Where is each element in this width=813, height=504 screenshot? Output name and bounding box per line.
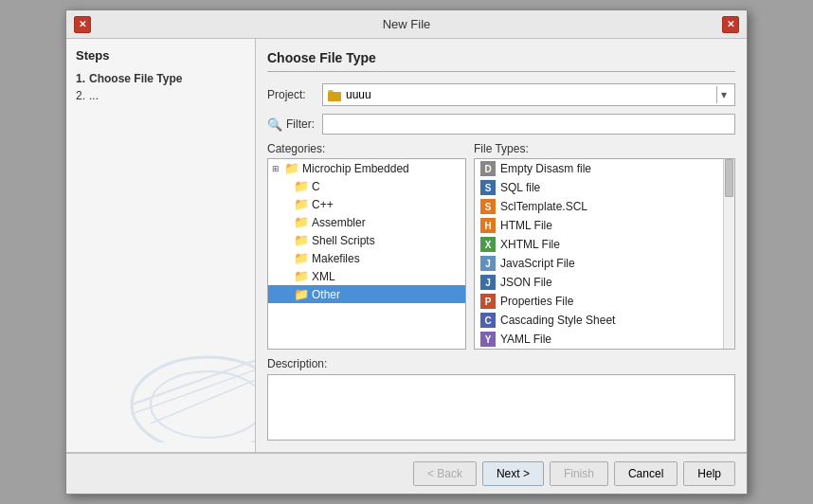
filetype-html[interactable]: H HTML File bbox=[475, 216, 723, 235]
folder-icon: 📁 bbox=[294, 269, 309, 283]
folder-icon: 📁 bbox=[294, 215, 309, 229]
svg-line-2 bbox=[132, 357, 256, 405]
project-value: uuuu bbox=[346, 88, 371, 101]
filetype-label: SclTemplate.SCL bbox=[500, 200, 587, 213]
cancel-button[interactable]: Cancel bbox=[614, 461, 678, 486]
category-microchip[interactable]: ⊞ 📁 Microchip Embedded bbox=[268, 159, 465, 177]
description-section: Description: bbox=[267, 357, 735, 441]
new-file-dialog: ✕ New File ✕ Steps 1. Choose File Type 2… bbox=[65, 9, 748, 495]
window-close-x-button[interactable]: ✕ bbox=[722, 16, 739, 33]
window-close-button[interactable]: ✕ bbox=[74, 16, 91, 33]
filetype-yaml[interactable]: Y YAML File bbox=[475, 330, 723, 349]
description-textarea[interactable] bbox=[267, 374, 735, 441]
svg-point-1 bbox=[151, 371, 256, 438]
step-1-num: 1. bbox=[76, 72, 85, 85]
svg-rect-5 bbox=[328, 92, 341, 101]
sidebar-watermark bbox=[94, 329, 256, 442]
categories-column: Categories: ⊞ 📁 Microchip Embedded 📁 C bbox=[267, 142, 466, 350]
filetype-icon: X bbox=[480, 237, 496, 252]
bottom-bar: < Back Next > Finish Cancel Help bbox=[66, 453, 747, 494]
close-icon: ✕ bbox=[79, 19, 86, 29]
category-cpp[interactable]: 📁 C++ bbox=[268, 195, 465, 213]
category-shell[interactable]: 📁 Shell Scripts bbox=[268, 231, 465, 249]
dropdown-arrow-icon[interactable]: ▾ bbox=[716, 86, 731, 103]
folder-icon: 📁 bbox=[294, 233, 309, 247]
category-label: Microchip Embedded bbox=[302, 162, 409, 175]
categories-header: Categories: bbox=[267, 142, 466, 155]
filter-label: 🔍 Filter: bbox=[267, 117, 315, 132]
folder-icon: 📁 bbox=[294, 287, 309, 301]
filetype-label: JSON File bbox=[500, 276, 552, 289]
filetype-icon: J bbox=[480, 256, 496, 271]
step-2: 2. ... bbox=[76, 89, 245, 102]
svg-line-4 bbox=[151, 376, 256, 423]
category-other[interactable]: 📁 Other bbox=[268, 285, 465, 303]
title-bar-left: ✕ bbox=[74, 16, 91, 33]
filetype-label: Empty Disasm file bbox=[500, 162, 591, 175]
filetype-icon: P bbox=[480, 294, 496, 309]
category-label: Other bbox=[312, 288, 340, 301]
category-label: XML bbox=[312, 270, 335, 283]
scrollbar-track[interactable] bbox=[723, 159, 734, 349]
filetype-icon: J bbox=[480, 275, 496, 290]
filetypes-list[interactable]: D Empty Disasm file S SQL file S SclTemp bbox=[474, 158, 735, 350]
folder-icon: 📁 bbox=[294, 179, 309, 193]
finish-button[interactable]: Finish bbox=[550, 461, 608, 486]
filetype-scl[interactable]: S SclTemplate.SCL bbox=[475, 197, 723, 216]
filter-input[interactable] bbox=[322, 114, 735, 135]
folder-icon: 📁 bbox=[294, 197, 309, 211]
filetype-label: Properties File bbox=[500, 295, 573, 308]
filetypes-column: File Types: D Empty Disasm file S SQ bbox=[474, 142, 735, 350]
filetype-xhtml[interactable]: X XHTML File bbox=[475, 235, 723, 254]
folder-icon: 📁 bbox=[294, 251, 309, 265]
filetype-label: XHTML File bbox=[500, 238, 560, 251]
filter-row: 🔍 Filter: bbox=[267, 114, 735, 135]
step-2-label: ... bbox=[89, 89, 99, 102]
filetype-label: SQL file bbox=[500, 181, 540, 194]
description-label: Description: bbox=[267, 357, 735, 370]
next-button[interactable]: Next > bbox=[482, 461, 544, 486]
filetype-icon: D bbox=[480, 161, 496, 176]
close-x-icon: ✕ bbox=[727, 19, 734, 29]
search-icon: 🔍 bbox=[267, 117, 282, 132]
filetype-icon: S bbox=[480, 199, 496, 214]
expand-icon: ⊞ bbox=[272, 164, 281, 173]
filetypes-scroll-area[interactable]: D Empty Disasm file S SQL file S SclTemp bbox=[475, 159, 723, 349]
sidebar: Steps 1. Choose File Type 2. ... bbox=[66, 39, 256, 452]
scrollbar-thumb[interactable] bbox=[725, 159, 733, 197]
step-1-label: Choose File Type bbox=[89, 72, 182, 85]
category-xml[interactable]: 📁 XML bbox=[268, 267, 465, 285]
project-select[interactable]: uuuu ▾ bbox=[322, 83, 735, 106]
filetype-js[interactable]: J JavaScript File bbox=[475, 254, 723, 273]
filetype-properties[interactable]: P Properties File bbox=[475, 292, 723, 311]
right-panel: Choose File Type Project: uuuu ▾ bbox=[256, 39, 747, 452]
step-2-num: 2. bbox=[76, 89, 85, 102]
step-1: 1. Choose File Type bbox=[76, 72, 245, 85]
filetype-label: HTML File bbox=[500, 219, 552, 232]
category-label: C++ bbox=[312, 198, 334, 211]
filetype-label: YAML File bbox=[500, 333, 551, 346]
category-label: Assembler bbox=[312, 216, 366, 229]
filetype-json[interactable]: J JSON File bbox=[475, 273, 723, 292]
columns-row: Categories: ⊞ 📁 Microchip Embedded 📁 C bbox=[267, 142, 735, 350]
filetype-icon: S bbox=[480, 180, 496, 195]
window-title: New File bbox=[383, 17, 431, 31]
back-button[interactable]: < Back bbox=[413, 461, 477, 486]
filetype-label: JavaScript File bbox=[500, 257, 575, 270]
filetypes-header: File Types: bbox=[474, 142, 735, 155]
project-icon bbox=[327, 87, 342, 102]
categories-tree[interactable]: ⊞ 📁 Microchip Embedded 📁 C 📁 bbox=[267, 158, 466, 350]
category-makefiles[interactable]: 📁 Makefiles bbox=[268, 249, 465, 267]
filetype-empty-disasm[interactable]: D Empty Disasm file bbox=[475, 159, 723, 178]
filetype-icon: C bbox=[480, 313, 496, 328]
filetype-icon: Y bbox=[480, 332, 496, 347]
category-assembler[interactable]: 📁 Assembler bbox=[268, 213, 465, 231]
panel-title: Choose File Type bbox=[267, 50, 735, 72]
filetype-sql[interactable]: S SQL file bbox=[475, 178, 723, 197]
category-label: Shell Scripts bbox=[312, 234, 375, 247]
category-label: C bbox=[312, 180, 320, 193]
project-label: Project: bbox=[267, 88, 315, 101]
filetype-css[interactable]: C Cascading Style Sheet bbox=[475, 311, 723, 330]
category-c[interactable]: 📁 C bbox=[268, 177, 465, 195]
help-button[interactable]: Help bbox=[683, 461, 735, 486]
